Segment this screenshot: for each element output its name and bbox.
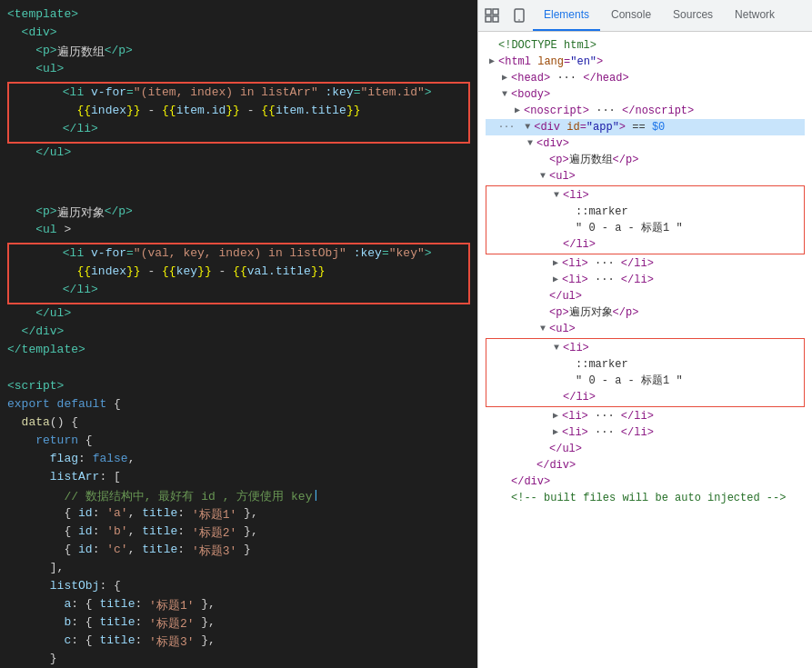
code-line: <li v-for="(val, key, index) in listObj"… bbox=[13, 246, 465, 264]
dom-ul-2: <ul> bbox=[486, 321, 805, 337]
code-line: { id: 'b', title: '标题2' }, bbox=[0, 524, 477, 543]
code-line bbox=[0, 164, 477, 204]
code-line: <p>遍历数组</p> bbox=[0, 44, 477, 62]
code-line: {{index}} - {{item.id}} - {{item.title}} bbox=[13, 104, 465, 122]
svg-rect-3 bbox=[493, 16, 498, 22]
dom-li-obj-2: <li> ··· </li> bbox=[486, 408, 805, 424]
dom-comment: <!-- built files will be auto injected -… bbox=[486, 490, 805, 506]
code-line: <div> bbox=[0, 25, 477, 44]
tab-console[interactable]: Console bbox=[600, 0, 662, 31]
code-line: data() { bbox=[0, 415, 477, 434]
code-line: listArr: [ bbox=[0, 470, 477, 488]
dom-li-obj-1-text: " 0 - a - 标题1 " bbox=[486, 373, 804, 389]
dom-html: <html lang="en"> bbox=[486, 54, 805, 70]
dom-li-1-close: </li> bbox=[486, 236, 804, 253]
tab-sources[interactable]: Sources bbox=[662, 0, 724, 31]
dom-ul-2-close: </ul> bbox=[486, 441, 805, 457]
dom-inner-div-close: </div> bbox=[486, 457, 805, 474]
code-line: { id: 'c', title: '标题3' } bbox=[0, 543, 477, 561]
dom-li-1-marker: ::marker bbox=[486, 204, 804, 220]
dom-head: <head> ··· </head> bbox=[486, 70, 805, 86]
highlight-block-1: <li v-for="(item, index) in listArr" :ke… bbox=[7, 82, 470, 144]
code-line: <ul> bbox=[0, 62, 477, 80]
code-line: c: { title: '标题3' }, bbox=[0, 633, 477, 652]
dom-noscript: <noscript> ··· </noscript> bbox=[486, 103, 805, 119]
devtools-panel: Elements Console Sources Network <!DOCTY… bbox=[477, 0, 812, 668]
devtools-tab-bar: Elements Console Sources Network bbox=[478, 0, 812, 32]
code-line: <p>遍历对象</p> bbox=[0, 204, 477, 223]
dom-ul-1-close: </ul> bbox=[486, 288, 805, 304]
code-line: <ul > bbox=[0, 223, 477, 241]
dom-div-app[interactable]: ··· <div id="app"> == $0 bbox=[486, 119, 805, 135]
devtools-elements-content: <!DOCTYPE html> <html lang="en"> <head> … bbox=[478, 32, 812, 668]
dom-p-array: <p>遍历数组</p> bbox=[486, 152, 805, 168]
code-line: a: { title: '标题1' }, bbox=[0, 597, 477, 615]
code-line: </li> bbox=[13, 122, 465, 140]
code-line bbox=[0, 361, 477, 379]
code-line: } bbox=[0, 652, 477, 668]
code-line: b: { title: '标题2' }, bbox=[0, 615, 477, 633]
tab-elements[interactable]: Elements bbox=[533, 0, 600, 31]
svg-rect-1 bbox=[493, 9, 498, 15]
code-line: { id: 'a', title: '标题1' }, bbox=[0, 506, 477, 524]
dom-li-1: <li> bbox=[486, 187, 804, 204]
dom-li-2: <li> ··· </li> bbox=[486, 255, 805, 272]
dom-inner-div: <div> bbox=[486, 135, 805, 152]
code-line: </template> bbox=[0, 343, 477, 361]
dom-p-obj: <p>遍历对象</p> bbox=[486, 304, 805, 321]
tab-network[interactable]: Network bbox=[724, 0, 786, 31]
dom-doctype: <!DOCTYPE html> bbox=[486, 37, 805, 54]
dom-li-box-2: <li> ::marker " 0 - a - 标题1 " </li> bbox=[486, 338, 805, 407]
code-line: // 数据结构中, 最好有 id , 方便使用 key| bbox=[0, 488, 477, 506]
dom-li-3: <li> ··· </li> bbox=[486, 272, 805, 288]
dom-div-app-close: </div> bbox=[486, 474, 805, 490]
dom-body: <body> bbox=[486, 86, 805, 103]
code-line: </li> bbox=[13, 283, 465, 301]
code-line: listObj: { bbox=[0, 579, 477, 597]
devtools-icon-inspect[interactable] bbox=[478, 0, 506, 31]
svg-point-5 bbox=[518, 19, 520, 21]
code-line: <template> bbox=[0, 7, 477, 25]
dom-li-box-1: <li> ::marker " 0 - a - 标题1 " </li> bbox=[486, 185, 805, 254]
svg-rect-0 bbox=[486, 9, 491, 15]
highlight-block-2: <li v-for="(val, key, index) in listObj"… bbox=[7, 243, 470, 304]
dom-li-1-text: " 0 - a - 标题1 " bbox=[486, 220, 804, 236]
code-line: <li v-for="(item, index) in listArr" :ke… bbox=[13, 85, 465, 104]
code-line: </ul> bbox=[0, 145, 477, 164]
code-line: {{index}} - {{key}} - {{val.title}} bbox=[13, 264, 465, 283]
dom-li-obj-1-marker: ::marker bbox=[486, 356, 804, 373]
dom-ul-1: <ul> bbox=[486, 168, 805, 184]
code-line: </div> bbox=[0, 324, 477, 343]
svg-rect-2 bbox=[486, 16, 491, 22]
code-line: </ul> bbox=[0, 306, 477, 324]
dom-li-obj-1: <li> bbox=[486, 340, 804, 356]
code-line: return { bbox=[0, 434, 477, 452]
code-editor: <template> <div> <p>遍历数组</p> <ul> <li v-… bbox=[0, 0, 477, 668]
dom-li-obj-1-close: </li> bbox=[486, 389, 804, 405]
devtools-icon-phone[interactable] bbox=[506, 0, 533, 31]
code-line: ], bbox=[0, 561, 477, 579]
code-line: flag: false, bbox=[0, 452, 477, 470]
code-line: <script> bbox=[0, 379, 477, 397]
dom-li-obj-3: <li> ··· </li> bbox=[486, 424, 805, 441]
code-line: export default { bbox=[0, 397, 477, 415]
